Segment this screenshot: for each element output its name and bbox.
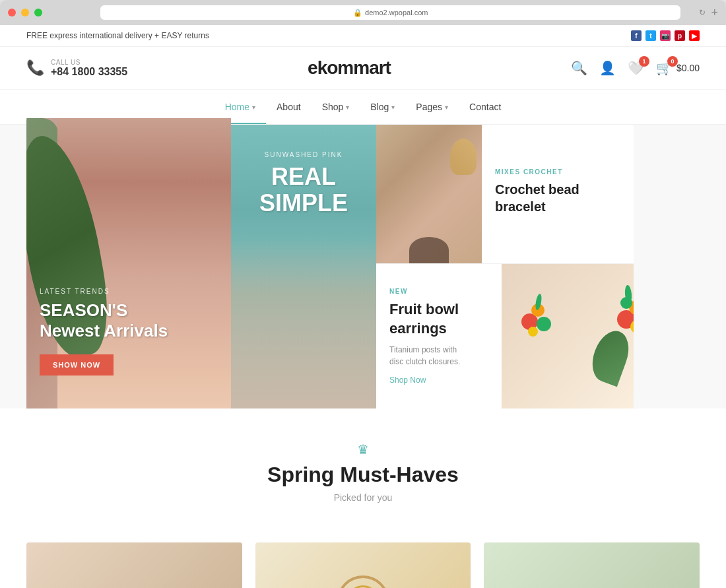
spring-title: Spring Must-Haves (26, 463, 700, 487)
contact-info: CALL US +84 1800 33355 (51, 59, 127, 78)
leaf-deco-card (586, 325, 634, 386)
nav-menu: Home ▾ About Shop ▾ Blog ▾ Pages ▾ (214, 90, 512, 124)
address-bar[interactable]: 🔒 demo2.wpopal.com (100, 5, 680, 20)
fruit-green-1 (537, 317, 551, 331)
nav-blog-chevron: ▾ (391, 104, 395, 111)
spring-subtitle: Picked for you (26, 492, 700, 503)
card1-collar (409, 237, 449, 263)
nav-home-label: Home (225, 102, 249, 112)
products-preview (0, 542, 726, 588)
account-icon[interactable]: 👤 (599, 60, 616, 76)
card1-image (376, 125, 482, 263)
show-now-button[interactable]: SHOW NOW (40, 354, 114, 376)
product-card-bg-3 (484, 542, 700, 588)
nav-contact-label: Contact (469, 102, 501, 112)
chain-jewelry (337, 575, 389, 588)
hero2-title: REAL SIMPLE (259, 164, 348, 216)
nav-item-blog[interactable]: Blog ▾ (360, 90, 405, 124)
card2-content: NEW Fruit bowl earrings Titanium posts w… (376, 264, 502, 408)
wishlist-badge: 1 (639, 56, 649, 67)
nav-item-about[interactable]: About (266, 90, 312, 124)
product-card-bg-1 (26, 542, 242, 588)
card1-title: Crochet bead bracelet (495, 181, 620, 215)
site-header: 📞 CALL US +84 1800 33355 ekommart 🔍 👤 🤍 … (0, 47, 726, 90)
nav-item-pages[interactable]: Pages ▾ (405, 90, 459, 124)
product-card-bg-2 (255, 542, 471, 588)
hero1-text-overlay: LATEST TRENDS SEASON'S Newest Arrivals S… (40, 288, 168, 376)
new-tab-button[interactable]: + (711, 6, 718, 20)
minimize-button[interactable] (21, 9, 29, 16)
browser-window: 🔒 demo2.wpopal.com ↻ + FREE express inte… (0, 0, 726, 588)
spring-section: ♛ Spring Must-Haves Picked for you (0, 408, 726, 542)
site-logo[interactable]: ekommart (308, 57, 391, 79)
card2-title: Fruit bowl earrings (389, 300, 488, 338)
nav-shop-chevron: ▾ (346, 104, 349, 111)
header-contact: 📞 CALL US +84 1800 33355 (26, 59, 127, 78)
nav-home-chevron: ▾ (252, 104, 255, 111)
card2-category: NEW (389, 288, 488, 295)
banner-message: FREE express international delivery + EA… (26, 31, 209, 40)
top-banner: FREE express international delivery + EA… (0, 25, 726, 47)
call-label: CALL US (51, 59, 127, 66)
cart-section[interactable]: 🛒 0 $0.00 (656, 60, 700, 76)
hero2-subtitle: SUNWASHED PINK (259, 151, 348, 158)
hero-panel-2: SUNWASHED PINK REAL SIMPLE (231, 125, 376, 408)
pinterest-icon[interactable]: p (675, 30, 685, 41)
fruit-earrings-illustration (515, 290, 620, 383)
hero-card-1: MIXES CROCHET Crochet bead bracelet (376, 125, 634, 263)
phone-icon: 📞 (26, 59, 44, 77)
youtube-icon[interactable]: ▶ (689, 30, 700, 41)
nav-pages-label: Pages (416, 102, 442, 112)
twitter-icon[interactable]: t (645, 30, 656, 41)
card2-desc: Titanium posts with disc clutch closures… (389, 344, 488, 368)
hero-panel-1: LATEST TRENDS SEASON'S Newest Arrivals S… (26, 118, 231, 408)
nav-about-label: About (277, 102, 301, 112)
card2-link[interactable]: Shop Now (389, 376, 488, 385)
cart-icon[interactable]: 🛒 0 (656, 60, 673, 76)
facebook-icon[interactable]: f (631, 30, 642, 41)
hero2-text-overlay: SUNWASHED PINK REAL SIMPLE (259, 151, 348, 216)
instagram-icon[interactable]: 📷 (660, 30, 671, 41)
nav-blog-label: Blog (370, 102, 389, 112)
card1-category: MIXES CROCHET (495, 168, 620, 176)
card1-content: MIXES CROCHET Crochet bead bracelet (482, 125, 634, 263)
header-actions: 🔍 👤 🤍 1 🛒 0 $0.00 (571, 60, 700, 76)
reload-button[interactable]: ↻ (699, 8, 706, 17)
nav-item-contact[interactable]: Contact (459, 90, 512, 124)
nav-pages-chevron: ▾ (445, 104, 448, 111)
earring-shape (450, 139, 477, 175)
nav-shop-label: Shop (322, 102, 344, 112)
card2-image (502, 264, 634, 408)
social-icons: f t 📷 p ▶ (631, 30, 700, 41)
hero-grid: LATEST TRENDS SEASON'S Newest Arrivals S… (0, 125, 726, 408)
product-card-1[interactable] (26, 542, 242, 588)
cart-amount: $0.00 (676, 63, 700, 73)
hero-card-2: NEW Fruit bowl earrings Titanium posts w… (376, 263, 634, 408)
close-button[interactable] (8, 9, 16, 16)
card1-person (376, 125, 482, 263)
phone-number: +84 1800 33355 (51, 66, 127, 78)
fruit-yellow-1 (528, 327, 538, 337)
search-icon[interactable]: 🔍 (571, 60, 587, 76)
product-card-3[interactable] (484, 542, 700, 588)
url-text: demo2.wpopal.com (365, 9, 428, 16)
crown-icon: ♛ (26, 441, 700, 457)
cart-badge: 0 (667, 56, 678, 67)
hero1-subtitle: LATEST TRENDS (40, 288, 168, 295)
wishlist-icon[interactable]: 🤍 1 (628, 60, 644, 76)
hero1-title: SEASON'S Newest Arrivals (40, 300, 168, 341)
card2-bg (502, 264, 634, 408)
nav-item-shop[interactable]: Shop ▾ (312, 90, 360, 124)
maximize-button[interactable] (34, 9, 42, 16)
product-card-2[interactable] (255, 542, 471, 588)
card1-bg (376, 125, 482, 263)
chain-inner (346, 585, 380, 588)
browser-titlebar: 🔒 demo2.wpopal.com ↻ + (0, 0, 726, 25)
website-content: FREE express international delivery + EA… (0, 25, 726, 588)
hero-right-cards: MIXES CROCHET Crochet bead bracelet NEW … (376, 125, 634, 408)
lock-icon: 🔒 (353, 9, 362, 17)
